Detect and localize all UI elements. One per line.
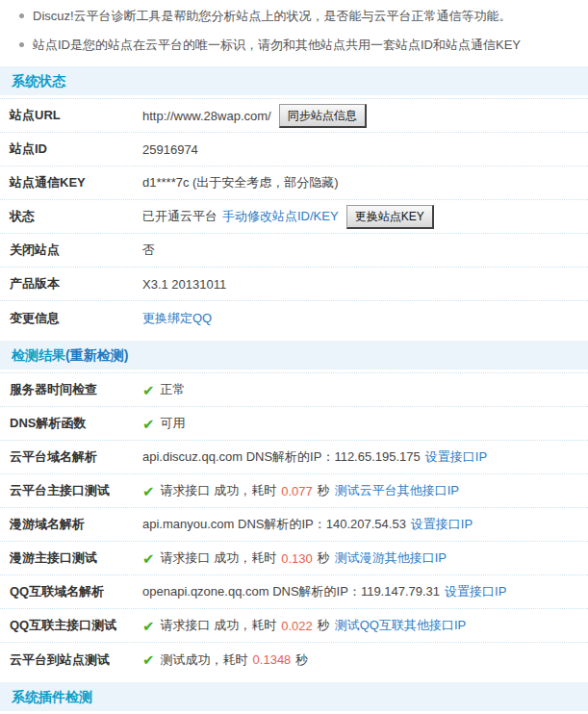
unit-text: 秒 [318, 482, 330, 499]
test-result-text: 请求接口 成功，耗时 [161, 549, 277, 567]
row-label: 站点通信KEY [10, 174, 142, 191]
row-label: 站点URL [10, 107, 142, 124]
row-label: 云平台域名解析 [10, 448, 142, 466]
recheck-link[interactable]: (重新检测) [65, 347, 128, 363]
unit-text: 秒 [318, 617, 330, 634]
row-label: DNS解析函数 [10, 415, 142, 432]
site-closed-value: 否 [142, 242, 155, 259]
row-qq-dns: QQ互联域名解析 openapi.qzone.qq.com DNS解析的IP：1… [0, 575, 588, 609]
dns-result-text: api.discuz.qq.com DNS解析的IP：112.65.195.17… [142, 448, 421, 466]
row-site-url: 站点URL http://www.28wap.com/ 同步站点信息 [0, 99, 588, 133]
test-other-manyou-ip-link[interactable]: 测试漫游其他接口IP [335, 549, 447, 567]
dns-result-text: openapi.qzone.qq.com DNS解析的IP：119.147.79… [142, 583, 440, 600]
section-title: 检测结果 [12, 347, 65, 363]
site-url-value: http://www.28wap.com/ [142, 109, 271, 123]
row-label: 变更信息 [10, 310, 142, 327]
row-label: QQ互联主接口测试 [10, 617, 142, 634]
row-label: 云平台到站点测试 [10, 651, 142, 669]
row-label: QQ互联域名解析 [10, 583, 142, 600]
check-icon: ✔ [142, 551, 155, 566]
unit-text: 秒 [318, 549, 330, 567]
test-other-cloud-ip-link[interactable]: 测试云平台其他接口IP [335, 482, 459, 499]
test-result-text: 测试成功，耗时 [161, 651, 248, 669]
row-cloud-to-site-test: 云平台到站点测试 ✔ 测试成功，耗时 0.1348 秒 [0, 643, 588, 676]
status-text: 可用 [161, 415, 186, 432]
row-server-time-check: 服务器时间检查 ✔ 正常 [0, 373, 588, 407]
bullet-icon [19, 42, 24, 47]
row-change-info: 变更信息 更换绑定QQ [0, 301, 588, 335]
set-interface-ip-link[interactable]: 设置接口IP [445, 583, 506, 600]
note-text: Discuz!云平台诊断工具是帮助您分析站点上的状况，是否能与云平台正常通信等功… [33, 9, 512, 23]
sync-site-info-button[interactable]: 同步站点信息 [279, 104, 367, 128]
site-id-value: 25916974 [142, 142, 198, 157]
row-site-closed: 关闭站点 否 [0, 234, 588, 268]
list-item: Discuz!云平台诊断工具是帮助您分析站点上的状况，是否能与云平台正常通信等功… [19, 9, 588, 23]
row-label: 云平台主接口测试 [10, 482, 142, 499]
check-results-table: 服务器时间检查 ✔ 正常 DNS解析函数 ✔ 可用 云平台域名解析 api.di… [0, 372, 588, 676]
intro-notes: Discuz!云平台诊断工具是帮助您分析站点上的状况，是否能与云平台正常通信等功… [0, 9, 588, 52]
row-manyou-dns: 漫游域名解析 api.manyou.com DNS解析的IP：140.207.5… [0, 508, 588, 542]
check-icon: ✔ [142, 619, 155, 633]
system-status-table: 站点URL http://www.28wap.com/ 同步站点信息 站点ID … [0, 98, 588, 335]
check-icon: ✔ [142, 383, 155, 397]
row-label: 漫游主接口测试 [10, 549, 142, 567]
section-header-system-status: 系统状态 [0, 66, 588, 95]
modify-id-key-link[interactable]: 手动修改站点ID/KEY [222, 208, 339, 225]
check-icon: ✔ [142, 652, 155, 667]
rebind-qq-link[interactable]: 更换绑定QQ [142, 310, 212, 327]
row-cloud-api-test: 云平台主接口测试 ✔ 请求接口 成功，耗时 0.077 秒 测试云平台其他接口I… [0, 474, 588, 508]
row-manyou-api-test: 漫游主接口测试 ✔ 请求接口 成功，耗时 0.130 秒 测试漫游其他接口IP [0, 542, 588, 575]
check-icon: ✔ [142, 484, 155, 498]
row-label: 站点ID [10, 140, 142, 158]
set-interface-ip-link[interactable]: 设置接口IP [411, 516, 473, 533]
set-interface-ip-link[interactable]: 设置接口IP [425, 448, 487, 466]
row-product-version: 产品版本 X3.1 20131011 [0, 268, 588, 301]
product-version-value: X3.1 20131011 [142, 277, 226, 292]
row-label: 漫游域名解析 [10, 516, 142, 533]
row-site-id: 站点ID 25916974 [0, 133, 588, 166]
section-header-check-results: 检测结果(重新检测) [0, 341, 588, 370]
dns-result-text: api.manyou.com DNS解析的IP：140.207.54.53 [142, 516, 406, 533]
unit-text: 秒 [295, 651, 308, 669]
check-icon: ✔ [142, 417, 155, 431]
bullet-icon [19, 13, 24, 18]
section-title: 系统插件检测 [12, 689, 92, 704]
test-other-qq-ip-link[interactable]: 测试QQ互联其他接口IP [335, 617, 467, 634]
row-label: 服务器时间检查 [10, 381, 142, 398]
row-cloud-dns: 云平台域名解析 api.discuz.qq.com DNS解析的IP：112.6… [0, 441, 588, 474]
row-qq-api-test: QQ互联主接口测试 ✔ 请求接口 成功，耗时 0.022 秒 测试QQ互联其他接… [0, 609, 588, 643]
elapsed-seconds: 0.1348 [253, 652, 292, 667]
note-text: 站点ID是您的站点在云平台的唯一标识，请勿和其他站点共用一套站点ID和站点通信K… [33, 38, 521, 52]
row-site-key: 站点通信KEY d1****7c (出于安全考虑，部分隐藏) [0, 166, 588, 200]
row-label: 关闭站点 [10, 242, 142, 259]
row-label: 产品版本 [10, 275, 142, 293]
status-text: 正常 [161, 381, 186, 398]
section-title: 系统状态 [12, 73, 65, 89]
test-result-text: 请求接口 成功，耗时 [161, 617, 277, 634]
section-header-plugin-check: 系统插件检测 [0, 682, 588, 711]
row-status: 状态 已开通云平台 手动修改站点ID/KEY 更换站点KEY [0, 200, 588, 234]
test-result-text: 请求接口 成功，耗时 [161, 482, 277, 499]
elapsed-seconds: 0.022 [281, 619, 313, 633]
change-site-key-button[interactable]: 更换站点KEY [346, 205, 434, 229]
status-value: 已开通云平台 [142, 208, 217, 225]
site-key-value: d1****7c (出于安全考虑，部分隐藏) [142, 174, 339, 191]
elapsed-seconds: 0.130 [281, 551, 313, 566]
row-label: 状态 [10, 208, 142, 225]
elapsed-seconds: 0.077 [281, 484, 313, 498]
list-item: 站点ID是您的站点在云平台的唯一标识，请勿和其他站点共用一套站点ID和站点通信K… [19, 38, 588, 52]
row-dns-function: DNS解析函数 ✔ 可用 [0, 407, 588, 441]
